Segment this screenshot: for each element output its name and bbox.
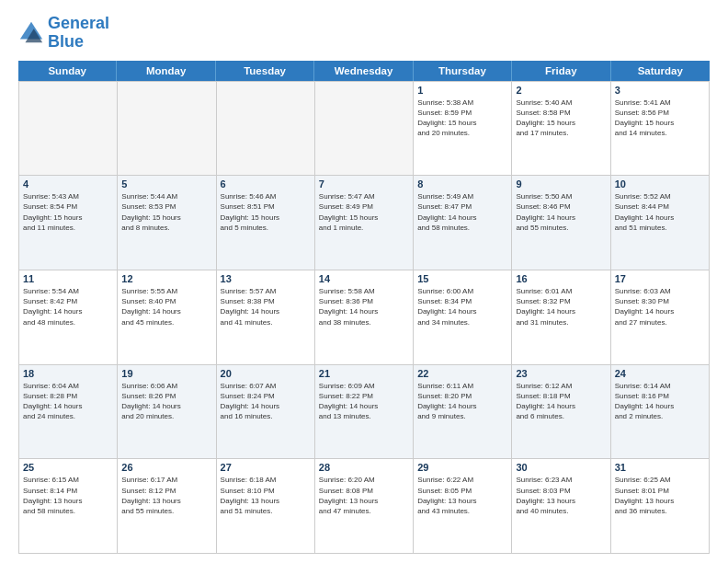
- day-number: 12: [121, 273, 211, 284]
- calendar-page: GeneralBlue SundayMondayTuesdayWednesday…: [0, 0, 728, 563]
- day-info: Sunrise: 5:38 AM Sunset: 8:59 PM Dayligh…: [417, 98, 507, 139]
- calendar-cell: 25Sunrise: 6:15 AM Sunset: 8:14 PM Dayli…: [19, 459, 118, 554]
- day-number: 3: [615, 85, 705, 96]
- day-number: 16: [516, 273, 606, 284]
- day-info: Sunrise: 5:46 AM Sunset: 8:51 PM Dayligh…: [221, 191, 311, 233]
- day-number: 18: [23, 368, 113, 379]
- weekday-header: Sunday: [18, 61, 117, 81]
- day-info: Sunrise: 5:52 AM Sunset: 8:44 PM Dayligh…: [615, 191, 705, 233]
- day-info: Sunrise: 5:43 AM Sunset: 8:54 PM Dayligh…: [23, 191, 113, 233]
- day-info: Sunrise: 5:40 AM Sunset: 8:58 PM Dayligh…: [516, 98, 606, 139]
- calendar-cell: [217, 82, 315, 177]
- calendar-cell: [315, 82, 414, 177]
- day-info: Sunrise: 6:23 AM Sunset: 8:03 PM Dayligh…: [516, 475, 606, 516]
- day-number: 25: [23, 462, 113, 473]
- calendar-cell: 10Sunrise: 5:52 AM Sunset: 8:44 PM Dayli…: [611, 176, 710, 270]
- calendar-cell: 2Sunrise: 5:40 AM Sunset: 8:58 PM Daylig…: [512, 82, 610, 177]
- day-number: 6: [221, 178, 311, 190]
- day-number: 9: [516, 178, 606, 190]
- day-number: 21: [319, 368, 409, 379]
- calendar-header: SundayMondayTuesdayWednesdayThursdayFrid…: [18, 61, 710, 81]
- day-number: 28: [319, 462, 409, 473]
- calendar-row: 4Sunrise: 5:43 AM Sunset: 8:54 PM Daylig…: [19, 176, 710, 270]
- calendar-cell: 31Sunrise: 6:25 AM Sunset: 8:01 PM Dayli…: [611, 459, 710, 554]
- calendar-row: 1Sunrise: 5:38 AM Sunset: 8:59 PM Daylig…: [19, 82, 710, 177]
- calendar-cell: 9Sunrise: 5:50 AM Sunset: 8:46 PM Daylig…: [512, 176, 610, 270]
- calendar-cell: 1Sunrise: 5:38 AM Sunset: 8:59 PM Daylig…: [414, 82, 512, 177]
- logo: GeneralBlue: [18, 15, 109, 52]
- day-info: Sunrise: 5:57 AM Sunset: 8:38 PM Dayligh…: [221, 286, 311, 327]
- day-number: 7: [319, 178, 409, 190]
- calendar-row: 25Sunrise: 6:15 AM Sunset: 8:14 PM Dayli…: [19, 459, 710, 554]
- calendar-cell: 26Sunrise: 6:17 AM Sunset: 8:12 PM Dayli…: [118, 459, 216, 554]
- page-header: GeneralBlue: [18, 15, 710, 52]
- calendar-cell: 3Sunrise: 5:41 AM Sunset: 8:56 PM Daylig…: [611, 82, 710, 177]
- calendar-cell: 5Sunrise: 5:44 AM Sunset: 8:53 PM Daylig…: [118, 176, 216, 270]
- calendar-cell: 14Sunrise: 5:58 AM Sunset: 8:36 PM Dayli…: [315, 270, 414, 365]
- day-number: 17: [615, 273, 705, 284]
- day-number: 8: [417, 178, 507, 190]
- day-info: Sunrise: 6:09 AM Sunset: 8:22 PM Dayligh…: [319, 381, 409, 422]
- calendar-cell: 21Sunrise: 6:09 AM Sunset: 8:22 PM Dayli…: [315, 365, 414, 460]
- day-number: 11: [23, 273, 113, 284]
- day-info: Sunrise: 6:14 AM Sunset: 8:16 PM Dayligh…: [615, 381, 705, 422]
- calendar-cell: 17Sunrise: 6:03 AM Sunset: 8:30 PM Dayli…: [611, 270, 710, 365]
- day-info: Sunrise: 5:50 AM Sunset: 8:46 PM Dayligh…: [516, 191, 606, 233]
- day-info: Sunrise: 5:47 AM Sunset: 8:49 PM Dayligh…: [319, 191, 409, 233]
- logo-icon: [18, 20, 44, 46]
- day-info: Sunrise: 6:01 AM Sunset: 8:32 PM Dayligh…: [516, 286, 606, 327]
- day-number: 29: [417, 462, 507, 473]
- day-info: Sunrise: 6:04 AM Sunset: 8:28 PM Dayligh…: [23, 381, 113, 422]
- day-info: Sunrise: 5:54 AM Sunset: 8:42 PM Dayligh…: [23, 286, 113, 327]
- day-info: Sunrise: 6:00 AM Sunset: 8:34 PM Dayligh…: [417, 286, 507, 327]
- calendar-cell: 24Sunrise: 6:14 AM Sunset: 8:16 PM Dayli…: [611, 365, 710, 460]
- calendar-cell: 28Sunrise: 6:20 AM Sunset: 8:08 PM Dayli…: [315, 459, 414, 554]
- calendar-cell: 15Sunrise: 6:00 AM Sunset: 8:34 PM Dayli…: [414, 270, 512, 365]
- calendar-cell: 6Sunrise: 5:46 AM Sunset: 8:51 PM Daylig…: [217, 176, 315, 270]
- calendar-cell: 4Sunrise: 5:43 AM Sunset: 8:54 PM Daylig…: [19, 176, 118, 270]
- day-info: Sunrise: 6:11 AM Sunset: 8:20 PM Dayligh…: [417, 381, 507, 422]
- day-info: Sunrise: 6:06 AM Sunset: 8:26 PM Dayligh…: [121, 381, 211, 422]
- calendar-cell: 19Sunrise: 6:06 AM Sunset: 8:26 PM Dayli…: [118, 365, 216, 460]
- day-number: 23: [516, 368, 606, 379]
- day-number: 19: [121, 368, 211, 379]
- day-number: 20: [221, 368, 311, 379]
- day-info: Sunrise: 6:03 AM Sunset: 8:30 PM Dayligh…: [615, 286, 705, 327]
- calendar-cell: 23Sunrise: 6:12 AM Sunset: 8:18 PM Dayli…: [512, 365, 610, 460]
- calendar-cell: 22Sunrise: 6:11 AM Sunset: 8:20 PM Dayli…: [414, 365, 512, 460]
- calendar-cell: [19, 82, 118, 177]
- day-number: 15: [417, 273, 507, 284]
- calendar-cell: 13Sunrise: 5:57 AM Sunset: 8:38 PM Dayli…: [217, 270, 315, 365]
- day-info: Sunrise: 6:12 AM Sunset: 8:18 PM Dayligh…: [516, 381, 606, 422]
- calendar-cell: [118, 82, 216, 177]
- day-number: 2: [516, 85, 606, 96]
- weekday-header: Thursday: [414, 61, 512, 81]
- day-info: Sunrise: 5:41 AM Sunset: 8:56 PM Dayligh…: [615, 98, 705, 139]
- logo-text: GeneralBlue: [48, 15, 109, 52]
- calendar-cell: 18Sunrise: 6:04 AM Sunset: 8:28 PM Dayli…: [19, 365, 118, 460]
- weekday-header: Tuesday: [216, 61, 314, 81]
- calendar-cell: 11Sunrise: 5:54 AM Sunset: 8:42 PM Dayli…: [19, 270, 118, 365]
- calendar-cell: 8Sunrise: 5:49 AM Sunset: 8:47 PM Daylig…: [414, 176, 512, 270]
- calendar-cell: 7Sunrise: 5:47 AM Sunset: 8:49 PM Daylig…: [315, 176, 414, 270]
- calendar-cell: 20Sunrise: 6:07 AM Sunset: 8:24 PM Dayli…: [217, 365, 315, 460]
- day-info: Sunrise: 6:20 AM Sunset: 8:08 PM Dayligh…: [319, 475, 409, 516]
- day-info: Sunrise: 5:58 AM Sunset: 8:36 PM Dayligh…: [319, 286, 409, 327]
- day-info: Sunrise: 5:49 AM Sunset: 8:47 PM Dayligh…: [417, 191, 507, 233]
- day-info: Sunrise: 6:17 AM Sunset: 8:12 PM Dayligh…: [121, 475, 211, 516]
- calendar-row: 11Sunrise: 5:54 AM Sunset: 8:42 PM Dayli…: [19, 270, 710, 365]
- day-info: Sunrise: 6:15 AM Sunset: 8:14 PM Dayligh…: [23, 475, 113, 516]
- day-number: 31: [615, 462, 705, 473]
- day-number: 4: [23, 178, 113, 190]
- day-number: 14: [319, 273, 409, 284]
- day-number: 30: [516, 462, 606, 473]
- weekday-header: Friday: [512, 61, 610, 81]
- calendar-cell: 30Sunrise: 6:23 AM Sunset: 8:03 PM Dayli…: [512, 459, 610, 554]
- weekday-header: Monday: [117, 61, 215, 81]
- day-number: 26: [121, 462, 211, 473]
- calendar-cell: 12Sunrise: 5:55 AM Sunset: 8:40 PM Dayli…: [118, 270, 216, 365]
- day-info: Sunrise: 6:22 AM Sunset: 8:05 PM Dayligh…: [417, 475, 507, 516]
- calendar: SundayMondayTuesdayWednesdayThursdayFrid…: [18, 61, 710, 554]
- day-info: Sunrise: 6:07 AM Sunset: 8:24 PM Dayligh…: [221, 381, 311, 422]
- day-info: Sunrise: 5:44 AM Sunset: 8:53 PM Dayligh…: [121, 191, 211, 233]
